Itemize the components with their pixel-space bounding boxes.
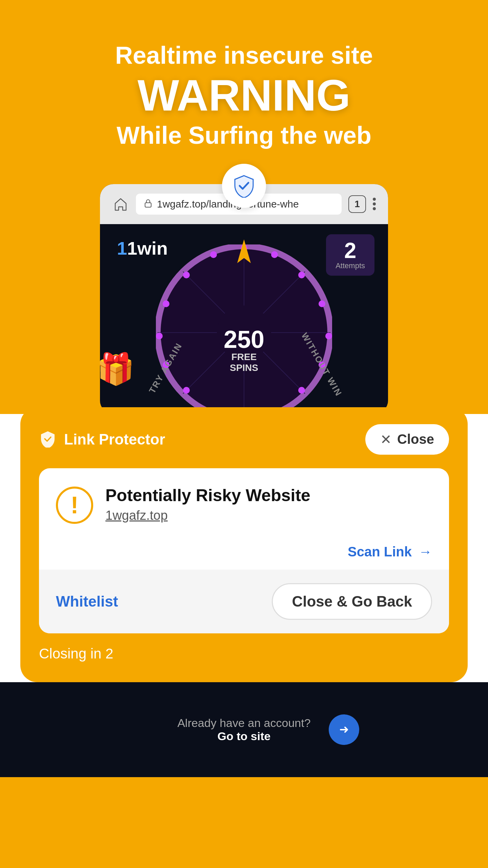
warning-card: ! Potentially Risky Website 1wgafz.top S…	[39, 468, 449, 633]
scan-link-text: Scan Link	[348, 544, 412, 559]
close-button-text: Close	[397, 432, 434, 447]
wheel-spins: SPINS	[224, 362, 264, 373]
svg-point-9	[319, 300, 325, 307]
svg-point-10	[325, 333, 332, 339]
warning-text-area: Potentially Risky Website 1wgafz.top	[105, 485, 432, 523]
home-icon	[112, 196, 129, 213]
menu-dots-icon[interactable]	[373, 198, 376, 210]
scan-link-arrow-icon: →	[419, 544, 432, 559]
lock-icon	[143, 199, 153, 210]
wheel-number: 250	[224, 327, 264, 352]
header-title: WARNING	[27, 73, 461, 117]
close-x-icon: ✕	[380, 432, 392, 447]
svg-point-7	[271, 251, 278, 258]
yellow-card: Link Protector ✕ Close ! Potentially Ris…	[20, 407, 468, 682]
link-protector-left: Link Protector	[39, 430, 165, 449]
bottom-browser: Already have an account? Go to site	[0, 682, 488, 777]
browser-content: 11win 2 Attempts	[100, 224, 388, 414]
go-to-site-text: Go to site	[177, 730, 310, 743]
closing-text: Closing in 2	[39, 646, 449, 662]
close-button[interactable]: ✕ Close	[365, 424, 449, 455]
logo-one: 1	[117, 238, 127, 258]
svg-rect-0	[145, 203, 151, 207]
header-description: While Surfing the web	[27, 121, 461, 150]
svg-point-8	[298, 272, 305, 278]
whitelist-button[interactable]: Whitelist	[56, 593, 118, 610]
svg-marker-23	[237, 239, 251, 263]
browser-container: 1wgafz.top/landing-fortune-whe 1 11win 2…	[100, 184, 388, 414]
svg-point-19	[163, 300, 169, 307]
svg-point-16	[183, 387, 190, 394]
link-protector-header: Link Protector ✕ Close	[39, 424, 449, 455]
header-subtitle: Realtime insecure site	[27, 41, 461, 70]
header-section: Realtime insecure site WARNING While Sur…	[0, 0, 488, 171]
white-section: Link Protector ✕ Close ! Potentially Ris…	[0, 414, 488, 777]
tab-count[interactable]: 1	[348, 195, 366, 213]
warning-url: 1wgafz.top	[105, 508, 432, 523]
exclamation-icon: !	[70, 493, 78, 517]
svg-point-18	[156, 333, 163, 339]
wheel-pointer	[234, 238, 254, 265]
warning-card-top: ! Potentially Risky Website 1wgafz.top	[56, 485, 432, 524]
shield-small-icon	[39, 430, 57, 449]
already-account-text: Already have an account?	[177, 716, 310, 730]
wheel-center-text: 250 FREE SPINS	[224, 327, 264, 373]
warning-title: Potentially Risky Website	[105, 485, 432, 506]
wheel-free: FREE	[224, 352, 264, 362]
bottom-cta: Already have an account? Go to site	[177, 716, 310, 743]
svg-point-12	[298, 387, 305, 394]
spin-wheel-container: 250 FREE SPINS	[146, 238, 342, 400]
warning-card-bottom: Whitelist Close & Go Back	[39, 570, 449, 633]
warning-icon: !	[56, 487, 93, 524]
browser-mockup: 1wgafz.top/landing-fortune-whe 1 11win 2…	[100, 184, 388, 414]
go-back-button[interactable]: Close & Go Back	[272, 583, 432, 620]
shield-check-icon	[232, 174, 256, 198]
svg-point-20	[183, 272, 190, 278]
go-to-site-button[interactable]	[329, 714, 359, 745]
link-protector-label: Link Protector	[64, 431, 165, 448]
gift-decoration: 🎁	[100, 351, 135, 387]
svg-point-21	[210, 251, 217, 258]
scan-link-row[interactable]: Scan Link →	[56, 537, 432, 570]
shield-badge	[222, 164, 266, 208]
